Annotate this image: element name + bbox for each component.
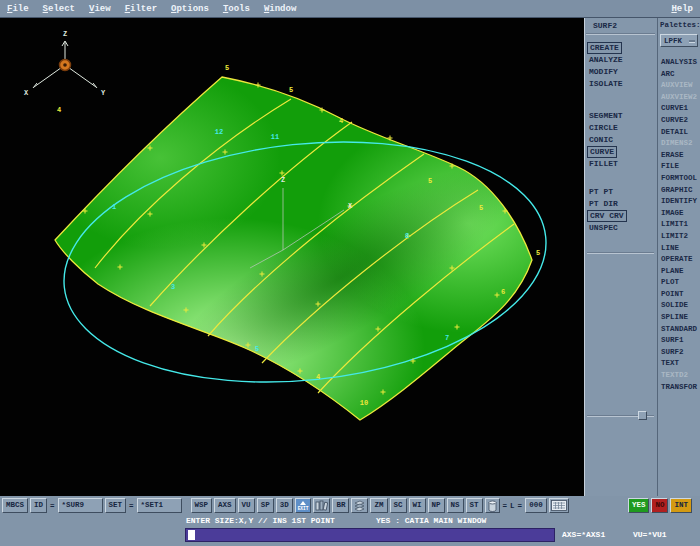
palette-item[interactable]: ARC <box>658 69 700 81</box>
view-button[interactable]: WI <box>409 498 426 513</box>
menu-item[interactable]: Options <box>164 4 216 14</box>
keyboard-button[interactable] <box>549 498 569 513</box>
palette-item[interactable]: PLOT <box>658 277 700 289</box>
surf2-panel-item[interactable]: CIRCLE <box>585 122 657 134</box>
command-input[interactable] <box>185 528 555 542</box>
svg-text:5: 5 <box>536 249 540 257</box>
palette-item[interactable]: CURVE1 <box>658 103 700 115</box>
surf2-panel-item[interactable]: CURVE <box>587 146 617 158</box>
palette-item[interactable]: TRANSFOR <box>658 382 700 394</box>
palette-item[interactable]: POINT <box>658 289 700 301</box>
menu-item[interactable]: Window <box>257 4 303 14</box>
palette-item[interactable]: IMAGE <box>658 208 700 220</box>
palette-item[interactable]: LIMIT1 <box>658 219 700 231</box>
menu-item[interactable]: Tools <box>216 4 257 14</box>
palette-list: ANALYSISARCAUXVIEWAUXVIEW2CURVE1CURVE2DE… <box>658 57 700 393</box>
menu-item-help[interactable]: Help <box>664 4 700 14</box>
set-button[interactable]: SET <box>105 498 127 513</box>
palette-item[interactable]: SPLINE <box>658 312 700 324</box>
menu-item[interactable]: Select <box>36 4 82 14</box>
mode-button[interactable]: WSP <box>191 498 213 513</box>
surf2-function-panel: SURF2 CREATEANALYZEMODIFYISOLATE SEGMENT… <box>584 18 657 496</box>
palette-item[interactable]: FORMTOOL <box>658 173 700 185</box>
surf2-panel-item[interactable]: PT DIR <box>585 198 657 210</box>
menu-item[interactable]: File <box>0 4 36 14</box>
mode-button[interactable]: VU <box>238 498 255 513</box>
palette-item[interactable]: STANDARD <box>658 324 700 336</box>
palette-item[interactable]: GRAPHIC <box>658 185 700 197</box>
palette-item[interactable]: LIMIT2 <box>658 231 700 243</box>
view-button[interactable]: ST <box>466 498 483 513</box>
panel-resize-grip[interactable] <box>638 411 647 420</box>
svg-text:12: 12 <box>215 128 223 136</box>
exit-button[interactable]: EXIT <box>295 498 312 513</box>
view-button[interactable]: ZM <box>370 498 387 513</box>
view-button[interactable]: SC <box>390 498 407 513</box>
mbcs-button[interactable]: MBCS <box>2 498 28 513</box>
view-button[interactable]: NS <box>447 498 464 513</box>
palette-item[interactable]: SURF1 <box>658 335 700 347</box>
window-status-label: YES : CATIA MAIN WINDOW <box>376 516 486 525</box>
palette-item[interactable]: TEXTD2 <box>658 370 700 382</box>
surf2-panel-item[interactable]: CREATE <box>587 42 622 54</box>
palette-books-button[interactable] <box>313 498 330 513</box>
br-button[interactable]: BR <box>332 498 349 513</box>
svg-text:Y: Y <box>101 89 106 97</box>
palette-item[interactable]: AUXVIEW2 <box>658 92 700 104</box>
menu-item[interactable]: View <box>82 4 118 14</box>
palette-item[interactable]: TEXT <box>658 358 700 370</box>
palette-item[interactable]: ANALYSIS <box>658 57 700 69</box>
exit-label: EXIT <box>298 506 309 511</box>
current-axis-label: AXS=*AXS1 <box>562 530 605 539</box>
exit-icon <box>300 501 306 505</box>
palette-item[interactable]: AUXVIEW <box>658 80 700 92</box>
surf2-panel-item[interactable]: UNSPEC <box>585 222 657 234</box>
svg-text:10: 10 <box>360 399 368 407</box>
erase-bin-button[interactable] <box>485 498 500 513</box>
svg-text:4: 4 <box>339 117 343 125</box>
surf2-panel-item[interactable]: PT PT <box>585 186 657 198</box>
surf2-panel-item[interactable]: ISOLATE <box>585 78 657 90</box>
surf2-panel-item[interactable]: CRV CRV <box>587 210 627 222</box>
surface-canvas[interactable]: 45545556410121113857ZXZXY <box>0 18 584 496</box>
palette-item[interactable]: IDENTIFY <box>658 196 700 208</box>
mode-button[interactable]: AXS <box>214 498 236 513</box>
surf2-panel-item[interactable]: ANALYZE <box>585 54 657 66</box>
yes-button[interactable]: YES <box>628 498 650 513</box>
palette-item[interactable]: FILE <box>658 161 700 173</box>
view-button[interactable]: NP <box>428 498 445 513</box>
axis-triad-icon <box>33 41 97 88</box>
surf2-panel-item[interactable]: FILLET <box>585 158 657 170</box>
int-button[interactable]: INT <box>670 498 692 513</box>
palette-item[interactable]: DIMENS2 <box>658 138 700 150</box>
text-cursor <box>188 530 195 540</box>
palette-item[interactable]: CURVE2 <box>658 115 700 127</box>
3d-viewport[interactable]: 45545556410121113857ZXZXY <box>0 18 584 496</box>
layers-button[interactable] <box>351 498 368 513</box>
prompt-message: ENTER SIZE:X,Y // INS 1ST POINT <box>186 516 335 525</box>
palettes-panel: Palettes: LPFK ANALYSISARCAUXVIEWAUXVIEW… <box>657 18 700 496</box>
mode-button[interactable]: 3D <box>276 498 293 513</box>
palette-item[interactable]: PLANE <box>658 266 700 278</box>
palette-dropdown[interactable]: LPFK <box>660 34 698 47</box>
mode-button[interactable]: SP <box>257 498 274 513</box>
current-set-id-field[interactable]: *SUR9 <box>58 498 103 513</box>
menu-item[interactable]: Filter <box>118 4 164 14</box>
current-set-field[interactable]: *SET1 <box>137 498 182 513</box>
books-icon <box>315 500 328 511</box>
palette-item[interactable]: OPERATE <box>658 254 700 266</box>
surf2-panel-item[interactable]: SEGMENT <box>585 110 657 122</box>
palette-item[interactable]: LINE <box>658 243 700 255</box>
surf2-panel-item[interactable]: MODIFY <box>585 66 657 78</box>
id-button[interactable]: ID <box>30 498 47 513</box>
palette-item[interactable]: DETAIL <box>658 127 700 139</box>
no-button[interactable]: NO <box>651 498 668 513</box>
palette-item[interactable]: SURF2 <box>658 347 700 359</box>
svg-text:5: 5 <box>225 64 229 72</box>
bottom-toolbar: MBCS ID = *SUR9 SET = *SET1 WSPAXSVUSP3D… <box>0 496 700 515</box>
palette-item[interactable]: SOLIDE <box>658 300 700 312</box>
palette-item[interactable]: ERASE <box>658 150 700 162</box>
equals-label: = <box>502 502 509 510</box>
surf2-panel-item[interactable]: CONIC <box>585 134 657 146</box>
layer-value-field[interactable]: 000 <box>525 498 547 513</box>
